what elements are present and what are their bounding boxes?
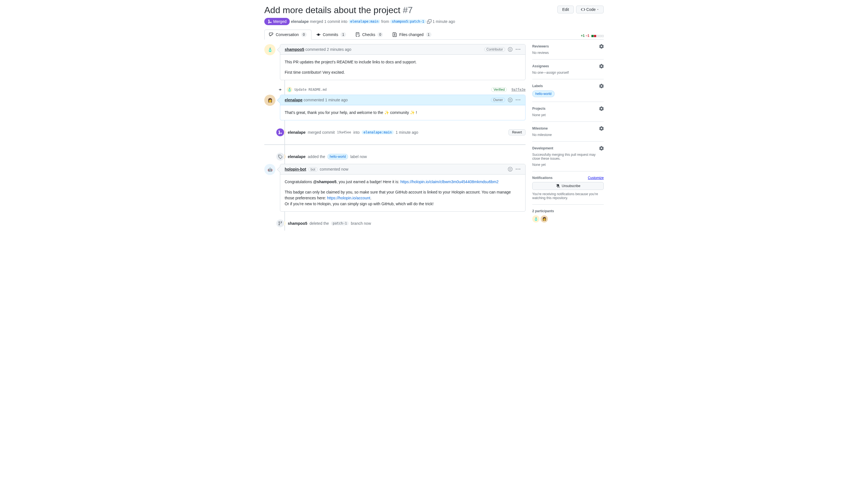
comment-timestamp[interactable]: now — [341, 167, 348, 171]
event-author-link[interactable]: elenalape — [288, 154, 306, 159]
git-merge-icon — [278, 130, 283, 134]
kebab-menu-button[interactable] — [515, 97, 521, 103]
comment-author-link[interactable]: holopin-bot — [285, 167, 306, 171]
sidebar-body: No one—assign yourself — [532, 71, 604, 74]
diffstat-blocks — [591, 35, 604, 37]
react-button[interactable] — [507, 97, 513, 103]
label-pill[interactable]: hello-world — [532, 90, 554, 97]
branch-badge-icon — [276, 219, 285, 228]
files-count: 1 — [426, 32, 432, 37]
comment-box: holopin-bot bot commented now Congratula — [280, 164, 525, 212]
mention[interactable]: @shampoo5 — [313, 180, 337, 184]
conversation-count: 0 — [301, 32, 307, 37]
git-branch-icon — [278, 221, 283, 226]
revert-button[interactable]: Revert — [508, 129, 525, 136]
sidebar-assignees: Assignees No one—assign yourself — [532, 59, 604, 79]
bell-slash-icon — [556, 184, 560, 188]
sidebar: Reviewers No reviews Assignees No one—as… — [532, 44, 604, 231]
branch-label[interactable]: elenalape:main — [362, 130, 393, 134]
tabnav: Conversation 0 Commits 1 Checks 0 Files … — [264, 30, 604, 40]
commits-count: 1 — [341, 32, 346, 37]
sidebar-title: Development — [532, 146, 553, 150]
role-badge: Owner — [491, 98, 505, 102]
copy-icon[interactable] — [427, 19, 432, 24]
assign-yourself-link[interactable]: assign yourself — [547, 71, 569, 74]
timeline-divider — [264, 144, 525, 145]
sidebar-title: Assignees — [532, 64, 549, 68]
tab-conversation[interactable]: Conversation 0 — [264, 30, 312, 40]
commit-message[interactable]: Update README.md — [294, 88, 327, 91]
sidebar-development: Development Successfully merging this pu… — [532, 142, 604, 171]
kebab-menu-button[interactable] — [515, 47, 521, 52]
react-button[interactable] — [507, 167, 513, 172]
badge-claim-link[interactable]: https://holopin.io/claim/clbwm3m0u454408… — [400, 180, 498, 184]
sidebar-title: 2 participants — [532, 209, 554, 213]
unsubscribe-button[interactable]: Unsubscribe — [532, 182, 604, 190]
merge-commit-sha[interactable]: 19a45ee — [337, 130, 351, 134]
customize-link[interactable]: Customize — [588, 176, 604, 180]
avatar[interactable]: 🧴 — [264, 44, 275, 55]
code-button[interactable]: Code — [576, 5, 604, 13]
tab-checks[interactable]: Checks 0 — [351, 30, 388, 39]
comment-body: Congratulations @shampoo5, you just earn… — [280, 174, 525, 211]
pr-header: Add more details about the project #7 Ed… — [264, 4, 604, 25]
react-button[interactable] — [507, 47, 513, 52]
pr-number: #7 — [403, 5, 413, 15]
pr-author-link[interactable]: elenalape — [291, 19, 309, 24]
base-branch[interactable]: elenalape:main — [349, 19, 380, 24]
merged-badge: Merged — [264, 18, 290, 25]
commit-sha-link[interactable]: 9a7fe3e — [511, 88, 525, 91]
sidebar-title: Labels — [532, 84, 543, 88]
sidebar-reviewers: Reviewers No reviews — [532, 44, 604, 59]
verified-badge[interactable]: Verified — [491, 87, 507, 92]
timeline-comment: 🤖 holopin-bot bot commented now — [264, 164, 525, 212]
checklist-icon — [356, 32, 360, 37]
sidebar-title: Reviewers — [532, 44, 549, 48]
gear-icon[interactable] — [599, 64, 604, 68]
tag-badge-icon — [276, 152, 285, 161]
git-commit-icon — [278, 87, 282, 92]
comment-box: elenalape commented 1 minute ago Owner T… — [280, 95, 525, 120]
tab-files-changed[interactable]: Files changed 1 — [388, 30, 436, 39]
gear-icon[interactable] — [599, 44, 604, 48]
edit-button[interactable]: Edit — [558, 5, 574, 13]
git-commit-icon — [316, 32, 321, 37]
comment-body: This PR updates the project's README to … — [280, 55, 525, 80]
event-author-link[interactable]: elenalape — [288, 130, 306, 134]
event-author-link[interactable]: shampoo5 — [288, 221, 307, 226]
pr-timestamp: 1 minute ago — [433, 19, 455, 24]
label-pill[interactable]: hello-world — [328, 154, 348, 159]
gear-icon[interactable] — [599, 146, 604, 151]
timeline-delete-event: 🧴 shampoo5 deleted the patch-1 branch no… — [280, 216, 525, 231]
comment-discussion-icon — [269, 32, 274, 37]
gear-icon[interactable] — [599, 126, 604, 131]
participant-avatar[interactable]: 🧴 — [532, 215, 539, 223]
comment-box: shampoo5 commented 2 minutes ago Contrib… — [280, 44, 525, 80]
timeline-commit: 🧴 Update README.md Verified 9a7fe3e — [280, 85, 525, 95]
avatar[interactable]: 🤖 — [264, 164, 275, 175]
tab-commits[interactable]: Commits 1 — [312, 30, 351, 39]
avatar[interactable]: 👩 — [264, 95, 275, 106]
holopin-account-link[interactable]: https://holopin.io/account — [327, 196, 370, 200]
role-badge: Contributor — [484, 47, 505, 52]
comment-timestamp[interactable]: 1 minute ago — [325, 98, 348, 102]
sidebar-participants: 2 participants 🧴 👩 — [532, 205, 604, 227]
gear-icon[interactable] — [599, 84, 604, 88]
comment-author-link[interactable]: elenalape — [285, 98, 303, 102]
kebab-menu-button[interactable] — [515, 167, 521, 172]
sidebar-body: No reviews — [532, 51, 604, 55]
merge-badge-icon — [276, 128, 285, 137]
head-branch[interactable]: shampoo5:patch-1 — [390, 19, 426, 24]
sidebar-body: No milestone — [532, 133, 604, 137]
checks-count: 0 — [377, 32, 383, 37]
avatar[interactable]: 🧴 — [287, 87, 292, 93]
pr-meta: Merged elenalape merged 1 commit into el… — [264, 18, 604, 25]
code-icon — [581, 7, 585, 12]
participant-avatar[interactable]: 👩 — [540, 215, 548, 223]
gear-icon[interactable] — [599, 106, 604, 111]
comment-author-link[interactable]: shampoo5 — [285, 47, 304, 52]
sidebar-labels: Labels hello-world — [532, 79, 604, 102]
notification-reason: You're receiving notifications because y… — [532, 192, 604, 200]
comment-timestamp[interactable]: 2 minutes ago — [327, 47, 351, 52]
file-diff-icon — [392, 32, 397, 37]
